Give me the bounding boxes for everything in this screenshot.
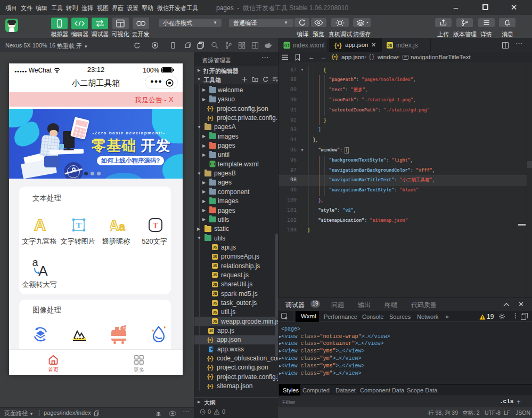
svg-text:a: a — [32, 258, 38, 268]
svg-text:T: T — [76, 221, 81, 230]
svg-text:A: A — [110, 218, 119, 232]
svg-text:T: T — [153, 221, 158, 230]
svg-text:JS: JS — [388, 44, 392, 47]
svg-text:A: A — [38, 263, 48, 278]
svg-text:A: A — [34, 216, 46, 234]
svg-text:a: a — [119, 221, 125, 232]
